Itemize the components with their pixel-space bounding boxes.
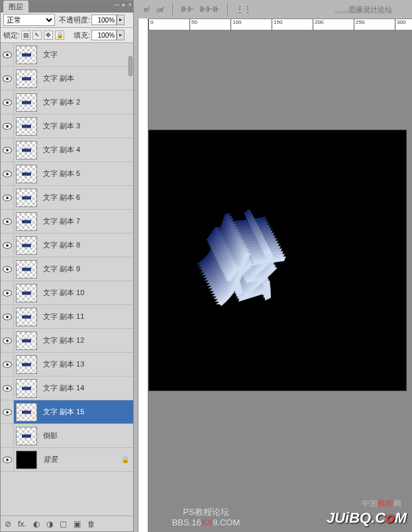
layer-thumbnail[interactable] [14, 305, 39, 328]
layer-thumbnail[interactable] [14, 91, 39, 114]
layer-row[interactable]: 文字 [1, 43, 133, 67]
layer-row[interactable]: 背景🔒 [1, 448, 133, 472]
lock-all-icon[interactable]: 🔒 [55, 30, 64, 40]
collapse-icon[interactable]: ▸ [123, 1, 126, 8]
visibility-toggle[interactable] [1, 162, 14, 185]
align-icon-2[interactable]: ㎠ [156, 4, 164, 15]
layer-name-label[interactable]: 背景 [43, 455, 58, 465]
layer-thumbnail[interactable] [14, 424, 39, 447]
link-layers-icon[interactable]: ⊘ [5, 519, 11, 529]
layer-name-label[interactable]: 文字 副本 13 [43, 359, 84, 369]
panel-tab-layers[interactable]: 图层 [3, 1, 28, 13]
layer-thumbnail[interactable] [14, 400, 39, 423]
layer-thumbnail[interactable] [14, 234, 39, 257]
layer-name-label[interactable]: 文字 副本 7 [43, 216, 80, 226]
layer-row[interactable]: 文字 副本 9 [1, 257, 133, 281]
layer-name-label[interactable]: 文字 副本 3 [43, 121, 80, 131]
layer-name-label[interactable]: 文字 [43, 50, 58, 60]
canvas-area[interactable]: 炫炫炫炫炫炫炫炫炫炫炫炫炫炫炫炫 [148, 30, 412, 532]
layer-row[interactable]: 文字 副本 3 [1, 114, 133, 138]
opacity-input[interactable] [91, 15, 117, 25]
layer-row[interactable]: 文字 副本 7 [1, 210, 133, 234]
visibility-toggle[interactable] [1, 281, 14, 304]
fx-icon[interactable]: fx. [18, 519, 26, 529]
layer-row[interactable]: 文字 副本 8 [1, 234, 133, 257]
visibility-toggle[interactable] [1, 424, 14, 447]
ruler-horizontal[interactable]: 050100150200250300 [148, 19, 412, 30]
new-layer-icon[interactable]: ▣ [74, 519, 81, 529]
layer-thumbnail[interactable] [14, 186, 39, 209]
visibility-toggle[interactable] [1, 377, 14, 400]
layer-thumbnail[interactable] [14, 281, 39, 304]
layer-row[interactable]: 文字 副本 6 [1, 186, 133, 210]
visibility-toggle[interactable] [1, 234, 14, 257]
layer-row[interactable]: 文字 副本 13 [1, 353, 133, 377]
layer-thumbnail[interactable] [14, 114, 39, 138]
close-icon[interactable]: × [129, 1, 132, 8]
layer-thumbnail[interactable] [14, 257, 39, 281]
layer-name-label[interactable]: 文字 副本 [43, 73, 74, 83]
ruler-vertical[interactable] [138, 19, 148, 532]
distribute-icon-2[interactable]: ⊪⊩⊪ [199, 5, 219, 14]
layer-row[interactable]: 文字 副本 14 [1, 377, 133, 400]
layer-thumbnail[interactable] [14, 138, 39, 161]
align-icon[interactable]: ㎡ [143, 4, 151, 15]
fill-input[interactable] [91, 30, 117, 40]
layer-name-label[interactable]: 文字 副本 12 [43, 335, 84, 345]
layer-thumbnail[interactable] [14, 210, 39, 233]
lock-transparent-icon[interactable]: ▧ [21, 30, 30, 40]
layer-thumbnail[interactable] [14, 377, 39, 400]
layer-row[interactable]: 文字 副本 10 [1, 281, 133, 305]
artboard[interactable]: 炫炫炫炫炫炫炫炫炫炫炫炫炫炫炫炫 [148, 130, 407, 391]
distribute-icon-1[interactable]: ⊪⊩ [181, 5, 194, 14]
lock-position-icon[interactable]: ✥ [44, 30, 53, 40]
layer-row[interactable]: 文字 副本 2 [1, 91, 133, 114]
group-icon[interactable]: ▢ [60, 519, 67, 529]
visibility-toggle[interactable] [1, 448, 14, 471]
adjustment-icon[interactable]: ◑ [46, 519, 53, 529]
minimize-icon[interactable]: — [114, 1, 120, 8]
visibility-toggle[interactable] [1, 186, 14, 209]
visibility-toggle[interactable] [1, 91, 14, 114]
layer-name-label[interactable]: 文字 副本 4 [43, 145, 80, 155]
opacity-dropdown-arrow[interactable]: ▸ [117, 15, 125, 25]
layer-name-label[interactable]: 文字 副本 14 [43, 383, 84, 393]
layer-row[interactable]: 文字 副本 4 [1, 138, 133, 162]
lock-image-icon[interactable]: ✎ [32, 30, 42, 40]
layer-thumbnail[interactable] [14, 162, 39, 185]
layer-row[interactable]: 文字 副本 5 [1, 162, 133, 186]
layer-name-label[interactable]: 文字 副本 5 [43, 169, 80, 179]
layer-name-label[interactable]: 文字 副本 6 [43, 193, 80, 202]
visibility-toggle[interactable] [1, 353, 14, 376]
visibility-toggle[interactable] [1, 67, 14, 90]
layer-row[interactable]: 文字 副本 12 [1, 329, 133, 353]
scrollbar-thumb[interactable] [129, 56, 132, 76]
layer-name-label[interactable]: 文字 副本 2 [43, 97, 80, 107]
layer-name-label[interactable]: 文字 副本 11 [43, 312, 84, 322]
layer-thumbnail[interactable] [14, 353, 39, 376]
layer-name-label[interactable]: 倒影 [43, 431, 58, 441]
visibility-toggle[interactable] [1, 400, 14, 423]
layer-name-label[interactable]: 文字 副本 9 [43, 264, 80, 274]
layer-row[interactable]: 文字 副本 [1, 67, 133, 91]
layer-row[interactable]: 文字 副本 15 [1, 400, 133, 424]
visibility-toggle[interactable] [1, 114, 14, 138]
layer-thumbnail[interactable] [14, 329, 39, 352]
layer-thumbnail[interactable] [14, 67, 39, 90]
visibility-toggle[interactable] [1, 257, 14, 281]
misc-icon[interactable]: ⋮⋮ [236, 5, 252, 14]
fill-dropdown-arrow[interactable]: ▸ [117, 30, 125, 40]
layer-name-label[interactable]: 文字 副本 10 [43, 288, 84, 298]
visibility-toggle[interactable] [1, 138, 14, 161]
trash-icon[interactable]: 🗑 [87, 519, 95, 529]
layer-row[interactable]: 倒影 [1, 424, 133, 448]
layer-thumbnail[interactable] [14, 448, 39, 471]
visibility-toggle[interactable] [1, 210, 14, 233]
layer-name-label[interactable]: 文字 副本 15 [43, 407, 84, 417]
visibility-toggle[interactable] [1, 43, 14, 66]
visibility-toggle[interactable] [1, 329, 14, 352]
mask-icon[interactable]: ◐ [33, 519, 40, 529]
visibility-toggle[interactable] [1, 305, 14, 328]
layer-thumbnail[interactable] [14, 43, 39, 66]
layer-name-label[interactable]: 文字 副本 8 [43, 240, 80, 250]
